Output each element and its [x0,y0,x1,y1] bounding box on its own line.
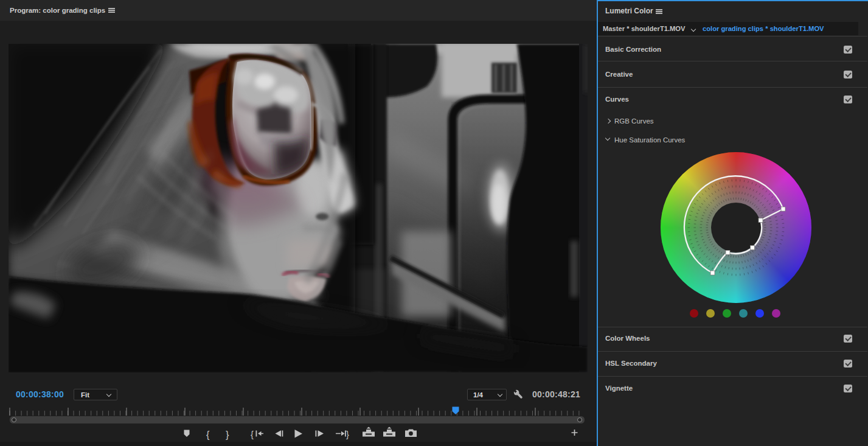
svg-text:}: } [346,430,349,439]
svg-text:{: { [206,429,210,440]
svg-text:}: } [226,429,229,440]
svg-text:{: { [251,430,254,439]
